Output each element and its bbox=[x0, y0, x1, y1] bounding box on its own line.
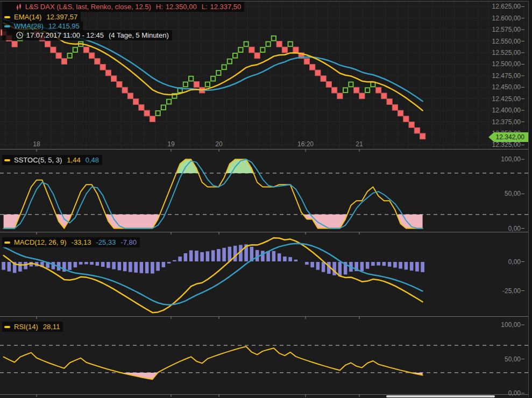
renko-brick-down bbox=[194, 82, 199, 88]
price-tick-label: 12.425,00 bbox=[492, 95, 521, 103]
price-tick-label: 12.500,00 bbox=[492, 60, 521, 68]
macd-histogram-bar bbox=[377, 262, 381, 266]
chart-canvas[interactable] bbox=[0, 0, 532, 398]
wma-value: 12.415,95 bbox=[48, 22, 80, 30]
renko-brick-down bbox=[100, 64, 105, 70]
candlestick-icon bbox=[4, 4, 22, 10]
renko-brick-down bbox=[139, 104, 144, 110]
renko-brick-up bbox=[68, 53, 72, 58]
macd-hist-value: -7,80 bbox=[120, 238, 137, 246]
sstoc-oversold-fill bbox=[397, 215, 423, 229]
macd-histogram-bar bbox=[316, 262, 320, 271]
instrument-title: L&S DAX (L&S, last, Renko, close, 12.5) bbox=[25, 3, 151, 11]
sstoc-panel-plot bbox=[0, 159, 528, 228]
macd-tick-label: -25,00 bbox=[502, 287, 521, 295]
low-value: 12.337,50 bbox=[210, 3, 241, 11]
renko-brick-down bbox=[12, 41, 17, 47]
macd-histogram-bar bbox=[393, 262, 398, 268]
renko-brick-down bbox=[276, 41, 282, 47]
macd-histogram-bar bbox=[310, 262, 315, 268]
renko-brick-down bbox=[304, 59, 309, 65]
renko-brick-down bbox=[326, 82, 331, 88]
macd-histogram-bar bbox=[95, 262, 100, 266]
macd-histogram-bar bbox=[156, 262, 160, 271]
sstoc-tick-label: 0,00 bbox=[508, 225, 521, 232]
period-info: (4 Tage, 5 Minuten) bbox=[109, 31, 169, 39]
sstoc-tick-label: 50,00 bbox=[505, 190, 521, 197]
renko-brick-down bbox=[89, 53, 95, 59]
high-label: H: bbox=[156, 3, 163, 11]
rsi-tick-label: 50,00 bbox=[505, 356, 521, 363]
renko-brick-down bbox=[254, 53, 260, 59]
renko-brick-down bbox=[111, 76, 117, 82]
renko-brick-up bbox=[365, 88, 370, 93]
renko-brick-down bbox=[376, 87, 381, 93]
instrument-legend[interactable]: L&S DAX (L&S, last, Renko, close, 12.5) … bbox=[2, 2, 244, 12]
renko-brick-down bbox=[127, 93, 133, 99]
renko-brick-up bbox=[156, 111, 160, 116]
time-tick-label: 19 bbox=[167, 140, 174, 148]
macd-histogram-bar bbox=[183, 253, 188, 261]
time-tick-label: 20 bbox=[215, 140, 222, 148]
renko-brick-down bbox=[403, 116, 409, 122]
macd-histogram-bar bbox=[173, 260, 177, 261]
macd-legend[interactable]: MACD(12, 26, 9) -33,13 -25,33 -7,80 bbox=[2, 237, 140, 247]
rsi-line bbox=[4, 346, 423, 379]
horizontal-scrollbar-thumb[interactable] bbox=[386, 395, 495, 397]
renko-brick-down bbox=[293, 47, 299, 53]
rsi-legend[interactable]: RSI(14) 28,11 bbox=[2, 322, 63, 332]
macd-histogram-bar bbox=[167, 262, 171, 264]
rsi-panel-plot bbox=[0, 345, 528, 379]
renko-brick-down bbox=[117, 82, 122, 88]
renko-brick-down bbox=[315, 70, 321, 76]
macd-histogram-bar bbox=[404, 262, 408, 270]
price-tick-label: 12.475,00 bbox=[492, 72, 521, 80]
trading-chart-window: L&S DAX (L&S, last, Renko, close, 12.5) … bbox=[0, 0, 532, 398]
renko-brick-down bbox=[414, 127, 420, 133]
macd-histogram-bar bbox=[288, 257, 293, 261]
macd-histogram-bar bbox=[195, 251, 199, 262]
renko-brick-up bbox=[205, 82, 210, 87]
low-label: L: bbox=[202, 3, 208, 11]
axes-frame bbox=[0, 0, 532, 398]
renko-brick-up bbox=[167, 99, 171, 104]
macd-histogram-bar bbox=[24, 262, 28, 270]
time-range: 17.07.2017 11:00 - 12:45 bbox=[26, 31, 104, 39]
renko-brick-down bbox=[398, 110, 403, 116]
renko-brick-up bbox=[260, 47, 265, 52]
price-tick-label: 12.375,00 bbox=[492, 118, 521, 126]
macd-histogram-bar bbox=[200, 252, 204, 261]
renko-brick-up bbox=[266, 42, 271, 47]
macd-histogram-bar bbox=[421, 262, 425, 273]
macd-signal-value: -25,33 bbox=[96, 238, 116, 246]
renko-brick-down bbox=[381, 93, 387, 99]
macd-histogram-bar bbox=[73, 262, 77, 268]
sstoc-swatch-icon bbox=[4, 159, 10, 161]
renko-brick-down bbox=[409, 122, 414, 128]
renko-brick-down bbox=[354, 87, 359, 93]
renko-brick-down bbox=[95, 59, 100, 65]
renko-brick-up bbox=[183, 82, 188, 87]
renko-brick-down bbox=[133, 99, 139, 105]
renko-brick-up bbox=[73, 47, 77, 52]
renko-brick-down bbox=[332, 87, 337, 93]
rsi-value: 28,11 bbox=[43, 323, 60, 331]
renko-brick-up bbox=[238, 47, 243, 52]
renko-brick-down bbox=[122, 87, 127, 93]
renko-brick-down bbox=[105, 70, 111, 76]
macd-histogram-bar bbox=[277, 253, 281, 262]
sstoc-legend[interactable]: SSTOC(5, 5, 3) 1,44 0,48 bbox=[2, 155, 102, 165]
sstoc-oversold-fill bbox=[105, 215, 160, 229]
ema-label: EMA(14) bbox=[14, 13, 41, 21]
macd-histogram-bar bbox=[84, 262, 89, 265]
macd-histogram-bar bbox=[90, 262, 94, 265]
macd-histogram-bar bbox=[283, 256, 287, 261]
macd-histogram-bar bbox=[360, 262, 364, 272]
macd-histogram-bar bbox=[134, 262, 138, 273]
renko-brick-up bbox=[161, 105, 166, 110]
rsi-swatch-icon bbox=[4, 326, 10, 328]
time-tick-label: 16:20 bbox=[297, 140, 314, 148]
macd-tick-label: 0,00 bbox=[508, 258, 521, 266]
sstoc-label: SSTOC(5, 5, 3) bbox=[14, 156, 62, 164]
macd-label: MACD(12, 26, 9) bbox=[14, 238, 67, 246]
